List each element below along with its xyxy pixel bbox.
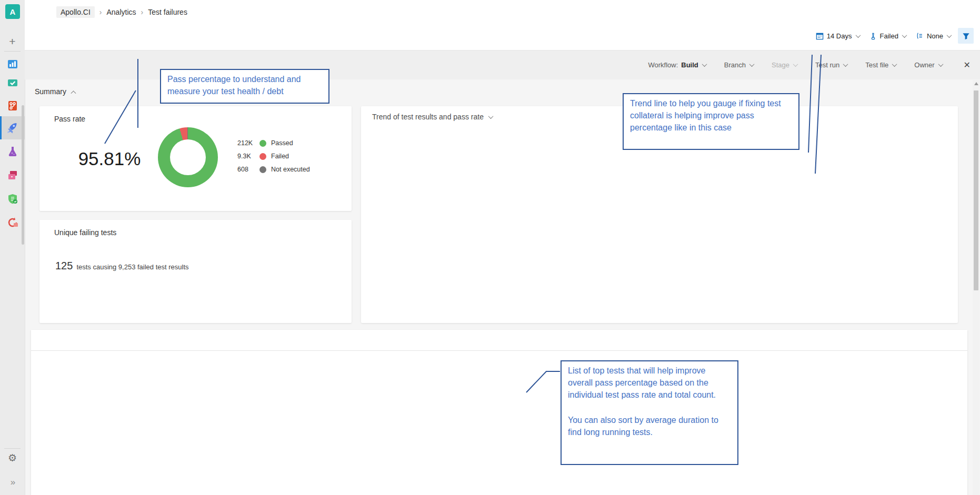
sidebar-item-artifacts[interactable] <box>0 164 25 187</box>
top-filter-row: 14 Days Failed None <box>813 27 974 44</box>
unique-failing-summary: 125 tests causing 9,253 failed test resu… <box>55 260 189 272</box>
shield-check-icon <box>6 193 19 205</box>
filter-dropdown-row: Workflow: Build BranchStageTest runTest … <box>648 50 971 79</box>
chevron-down-icon <box>855 33 861 38</box>
top-header: Apollo.CI › Analytics › Test failures 14… <box>25 0 980 50</box>
test-plans-flask-icon <box>6 145 19 158</box>
workflow-label: Workflow: <box>648 61 678 69</box>
gear-icon: ⚙ <box>8 452 17 464</box>
legend-count: 9.3K <box>237 153 257 160</box>
double-chevron-right-icon: » <box>11 477 14 488</box>
filter-dropdown-owner[interactable]: Owner <box>914 61 942 69</box>
chevron-down-icon <box>938 62 943 67</box>
sidebar-scrollbar-thumb[interactable] <box>22 105 24 245</box>
breadcrumb-analytics[interactable]: Analytics <box>106 8 136 16</box>
filter-dropdown-stage[interactable]: Stage <box>772 61 797 69</box>
unique-failing-count: 125 <box>55 260 73 272</box>
sidebar-item-boards[interactable] <box>0 72 25 95</box>
unique-failing-text: tests causing 9,253 failed test results <box>76 263 188 271</box>
group-by-filter[interactable]: None <box>913 32 954 40</box>
table-annotation-paragraph-2: You can also sort by average duration to… <box>568 414 731 438</box>
date-range-value: 14 Days <box>827 32 852 40</box>
breadcrumb-current-page: Test failures <box>148 8 187 16</box>
sidebar-item-test-plans[interactable] <box>0 140 25 163</box>
legend-count: 212K <box>237 139 257 147</box>
chevron-down-icon <box>902 33 907 38</box>
chevron-down-icon <box>892 62 897 67</box>
pipelines-rocket-icon <box>6 121 19 135</box>
legend-label: Passed <box>271 139 293 147</box>
group-by-icon <box>916 32 924 39</box>
summary-label: Summary <box>35 87 66 96</box>
outcome-filter[interactable]: Failed <box>867 32 909 40</box>
chevron-down-icon <box>843 62 848 67</box>
expand-sidebar-button[interactable]: » <box>0 471 25 494</box>
sidebar-item-security[interactable] <box>0 187 25 210</box>
group-by-value: None <box>927 32 943 40</box>
plus-icon: + <box>9 35 15 48</box>
chevron-down-icon <box>702 62 707 67</box>
table-annotation: List of top tests that will help improve… <box>561 360 738 465</box>
calendar-icon <box>816 32 824 40</box>
donut-legend-item: 9.3KFailed <box>237 151 289 161</box>
breadcrumb-separator: › <box>99 8 102 16</box>
sidebar-item-repos[interactable] <box>0 94 25 117</box>
pass-rate-card: Pass rate 95.81% 212KPassed9.3KFailed608… <box>39 106 352 211</box>
legend-color-dot <box>259 166 266 173</box>
filter-dropdown-branch[interactable]: Branch <box>724 61 754 69</box>
breadcrumb-separator: › <box>141 8 144 16</box>
sidebar-item-pipelines[interactable] <box>0 116 25 139</box>
filter-label: Test file <box>865 61 888 69</box>
filter-dropdown-test-run[interactable]: Test run <box>815 61 847 69</box>
org-logo[interactable]: A <box>5 4 20 19</box>
breadcrumb: Apollo.CI › Analytics › Test failures <box>56 5 187 19</box>
donut-legend-item: 212KPassed <box>237 138 293 148</box>
legend-label: Not executed <box>271 166 310 173</box>
chevron-up-icon <box>71 90 76 96</box>
outcome-value: Failed <box>880 32 898 40</box>
unique-failing-tests-card: Unique failing tests 125 tests causing 9… <box>39 220 352 323</box>
circular-arrows-icon <box>6 216 19 229</box>
repos-branch-icon <box>6 99 19 112</box>
trend-line-annotation: Trend line to help you gauge if fixing t… <box>623 93 799 150</box>
scrollbar-thumb[interactable] <box>974 90 978 290</box>
settings-button[interactable]: ⚙ <box>0 446 25 469</box>
close-filter-bar-icon[interactable]: ✕ <box>964 60 971 70</box>
sidebar-divider <box>4 51 21 52</box>
filter-toggle-button[interactable] <box>958 28 974 44</box>
overview-chart-icon <box>6 58 19 70</box>
workflow-filter[interactable]: Workflow: Build <box>648 61 706 69</box>
pass-rate-value: 95.81% <box>59 148 159 169</box>
beaker-icon <box>869 32 877 40</box>
unique-card-title: Unique failing tests <box>54 228 116 237</box>
legend-color-dot <box>259 140 266 147</box>
vertical-scrollbar[interactable] <box>973 79 979 495</box>
workflow-value: Build <box>681 61 698 69</box>
donut-legend-item: 608Not executed <box>237 165 310 174</box>
pass-rate-card-title: Pass rate <box>54 115 85 123</box>
chevron-down-icon <box>793 62 798 67</box>
date-range-filter[interactable]: 14 Days <box>813 32 863 40</box>
filter-label: Branch <box>724 61 746 69</box>
funnel-icon <box>962 32 970 40</box>
sidebar-item-retry[interactable] <box>0 211 25 234</box>
legend-count: 608 <box>237 166 257 173</box>
artifacts-packages-icon <box>6 169 19 181</box>
pass-rate-annotation: Pass percentage to understand and measur… <box>160 69 329 104</box>
legend-label: Failed <box>271 153 289 160</box>
left-sidebar: A + <box>0 0 25 495</box>
summary-section-header[interactable]: Summary <box>35 87 75 96</box>
filter-dropdown-test-file[interactable]: Test file <box>865 61 896 69</box>
donut-hole <box>170 139 206 175</box>
top-failing-tests-table <box>31 330 967 495</box>
chevron-down-icon <box>749 62 755 67</box>
breadcrumb-project[interactable]: Apollo.CI <box>56 6 95 18</box>
scrollbar-up-arrow[interactable] <box>974 82 978 85</box>
filter-label: Test run <box>815 61 839 69</box>
chevron-down-icon <box>947 33 952 38</box>
boards-check-icon <box>6 77 19 89</box>
filter-label: Stage <box>772 61 789 69</box>
table-header-divider <box>31 350 967 351</box>
add-project-button[interactable]: + <box>0 30 25 53</box>
filter-label: Owner <box>914 61 934 69</box>
